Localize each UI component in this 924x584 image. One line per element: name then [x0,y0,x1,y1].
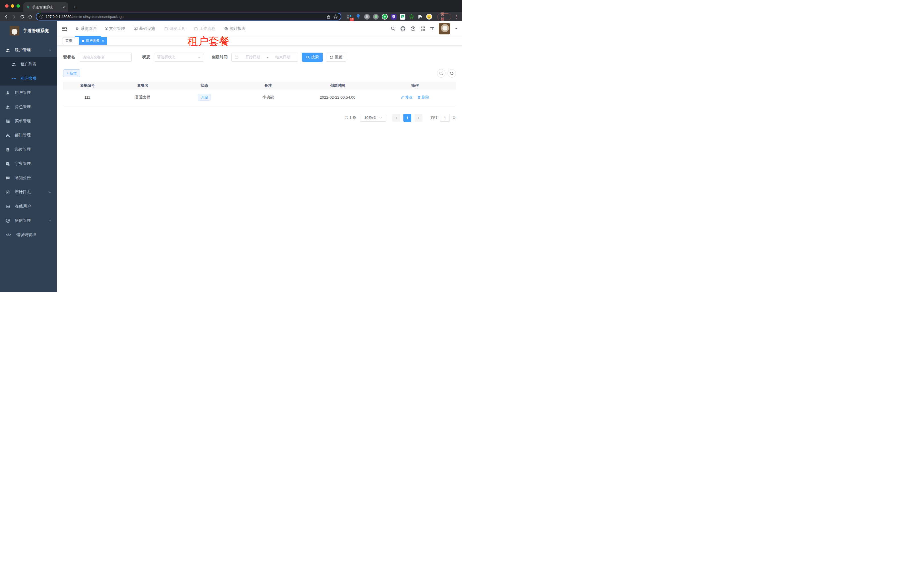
new-tab-button[interactable]: + [71,4,79,10]
sidebar-item-role-management[interactable]: 角色管理 [0,100,57,114]
sidebar-item-dept-management[interactable]: 部门管理 [0,128,57,142]
sidebar-submenu: 租户列表 租户套餐 [0,57,57,86]
goto-page-input[interactable] [440,114,450,122]
favicon-plant-icon [26,5,30,9]
edit-link[interactable]: 修改 [401,95,412,100]
extension-dot-icon[interactable] [373,14,379,20]
sidebar-item-post-management[interactable]: 岗位管理 [0,142,57,157]
extension-command-icon[interactable]: ⌘ [364,14,370,20]
current-page[interactable]: 1 [403,114,411,122]
toggle-search-button[interactable] [437,69,446,77]
refresh-table-button[interactable] [447,69,456,77]
url-bar[interactable]: 127.0.0.1:48080/admin-ui/system/tenant/p… [36,13,342,20]
extension-star-icon[interactable] [409,14,414,20]
sidebar-item-menu-management[interactable]: 菜单管理 [0,114,57,128]
home-button[interactable] [27,13,33,20]
extension-puzzle-icon[interactable] [417,14,423,20]
col-header: 备注 [235,83,301,88]
sidebar-item-label: 角色管理 [15,104,51,109]
date-label: 创建时间 [212,54,228,60]
sidebar-item-dict-management[interactable]: 字典管理 [0,157,57,171]
site-info-icon[interactable] [39,15,43,19]
window-controls[interactable] [5,4,20,8]
cell-actions: 修改 删除 [374,95,456,100]
goto-unit: 页 [452,115,456,120]
chrome-update-button[interactable]: 更新 [437,13,451,20]
browser-tab-strip: 芋道管理系统 × + [0,0,462,12]
table-row: 111 普通套餐 开启 小功能 2022-02-22 00:54:00 修改 [63,90,456,105]
data-table: 套餐编号 套餐名 状态 备注 创建时间 操作 111 普通套餐 开启 小功能 2… [63,82,456,105]
next-page-button[interactable]: › [414,114,422,122]
status-label: 状态 [142,54,150,60]
forward-button[interactable] [11,13,18,20]
url-text[interactable]: 127.0.0.1:48080/admin-ui/system/tenant/p… [46,15,324,19]
top-nav-system[interactable]: 系统管理 [75,26,96,31]
delete-link[interactable]: 删除 [417,95,429,100]
tag-tenant-package[interactable]: 租户套餐 × [79,37,107,44]
calendar-icon [234,55,238,59]
window-zoom-button[interactable] [16,4,20,8]
sidebar-item-label: 通知公告 [15,175,51,181]
add-button[interactable]: + 新增 [63,69,80,77]
closed-eyes-icon [12,77,16,81]
page-size-select[interactable]: 10条/页 [360,114,386,122]
extension-shield-icon[interactable] [391,14,396,20]
table-toolbar: + 新增 [63,69,456,77]
sidebar-item-online-users[interactable]: 在线用户 [0,199,57,214]
yen-icon: ¥ [105,26,107,31]
search-button[interactable]: 搜索 [302,53,323,62]
top-nav-devtools[interactable]: 研发工具 [164,26,185,31]
tag-home[interactable]: 首页 [63,38,75,44]
sidebar-logo[interactable]: 芋道管理系统 [0,21,57,40]
extension-y-icon[interactable]: y [382,14,388,20]
window-close-button[interactable] [5,4,8,8]
sidebar-item-audit-log[interactable]: 审计日志 [0,185,57,199]
extension-emoji-icon[interactable] [426,14,432,20]
date-range-picker[interactable]: 开始日期 - 结束日期 [231,53,298,62]
top-nav-payment[interactable]: ¥ 支付管理 [105,26,125,31]
extension-grid-icon[interactable]: 10 [346,14,352,20]
bookmark-star-icon[interactable] [333,14,338,19]
sidebar-item-tenant-package[interactable]: 租户套餐 [0,71,57,86]
font-size-icon[interactable]: TT [430,26,434,31]
prev-page-button[interactable]: ‹ [392,114,400,122]
user-avatar[interactable] [439,23,450,35]
help-icon[interactable] [411,26,416,31]
browser-toolbar: 127.0.0.1:48080/admin-ui/system/tenant/p… [0,12,462,21]
browser-tab[interactable]: 芋道管理系统 × [23,2,68,12]
fullscreen-icon[interactable] [421,26,425,31]
sidebar-item-tenant-list[interactable]: 租户列表 [0,57,57,71]
tab-close-icon[interactable]: × [61,5,66,9]
tab-title: 芋道管理系统 [32,5,59,10]
share-icon[interactable] [326,15,331,19]
extension-chat-icon[interactable] [400,14,405,20]
window-minimize-button[interactable] [11,4,14,8]
reset-button[interactable]: 重置 [326,53,346,62]
sidebar-item-label: 租户列表 [20,62,51,67]
sidebar-collapse-icon[interactable] [61,26,68,32]
reload-button[interactable] [19,13,26,20]
avatar-caret-icon[interactable] [455,28,458,31]
sidebar-item-notice[interactable]: 通知公告 [0,171,57,185]
sidebar-item-sms-management[interactable]: 短信管理 [0,214,57,228]
cell-package-name: 普通套餐 [112,95,174,100]
top-nav-workflow[interactable]: 工作流程 [194,26,215,31]
top-nav-reports[interactable]: 统计报表 [224,26,246,31]
sidebar-item-user-management[interactable]: 用户管理 [0,86,57,100]
chrome-menu-icon[interactable]: ⋮ [454,14,459,19]
package-name-input[interactable] [79,53,132,62]
sidebar-item-error-code[interactable]: </> 错误码管理 [0,228,57,242]
extension-balloon-icon[interactable] [355,14,361,20]
tag-close-icon[interactable]: × [102,39,104,43]
trash-icon [417,95,421,99]
sidebar-item-tenant-management[interactable]: 租户管理 [0,43,57,57]
briefcase-icon [194,27,198,31]
top-nav-infra[interactable]: 基础设施 [134,26,155,31]
top-nav: 系统管理 ¥ 支付管理 基础设施 研发工具 工作流程 [75,26,246,31]
col-header: 创建时间 [301,83,374,88]
search-icon[interactable] [391,26,396,31]
back-button[interactable] [3,13,10,20]
status-select[interactable]: 请选择状态 [154,53,204,62]
github-icon[interactable] [400,26,406,31]
main-area: 租户套餐 系统管理 ¥ 支付管理 基础设施 研发工具 [57,21,462,292]
